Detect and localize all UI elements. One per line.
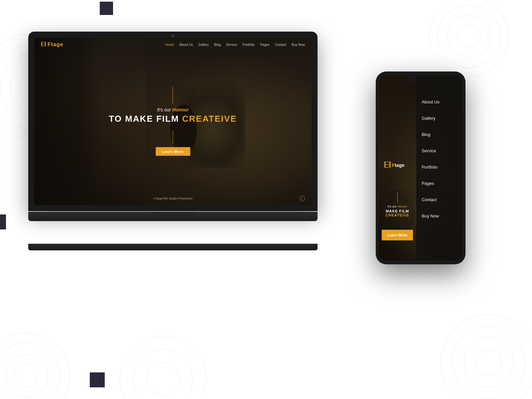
- decorative-square-4: [90, 372, 105, 387]
- hero-title: TO MAKE FILM CREATEIVE: [109, 114, 237, 124]
- phone-nav-portfolio[interactable]: Portfolio: [422, 163, 458, 172]
- nav-pages[interactable]: Pages: [260, 43, 269, 47]
- phone-hero-content: It's our Honour MAKE FILM CREATEIVE: [378, 192, 416, 217]
- laptop-camera: [171, 34, 175, 38]
- logo-icon: 🎞: [41, 42, 46, 48]
- nav-home[interactable]: Home: [165, 43, 174, 47]
- laptop-hinge: [151, 212, 195, 215]
- nav-links: Home About Us Gallery Blog Service Portf…: [165, 43, 305, 47]
- phone-frame: About Us Gallery Blog Service Portfolio …: [376, 71, 466, 264]
- phone-hero-subtitle: It's our Honour: [381, 205, 414, 208]
- learn-more-button[interactable]: Learn More: [156, 147, 190, 156]
- phone-nav-blog[interactable]: Blog: [422, 130, 458, 139]
- laptop-body: 🎞 Ftage Home About Us Gallery Blog Servi…: [28, 32, 318, 221]
- person-silhouette: [34, 38, 101, 205]
- bottom-caption: A ftage film Studio Production: [153, 197, 193, 200]
- laptop-screen: 🎞 Ftage Home About Us Gallery Blog Servi…: [34, 38, 312, 205]
- phone-logo: 🎞 Ftage: [384, 161, 404, 170]
- website-navbar: 🎞 Ftage Home About Us Gallery Blog Servi…: [34, 38, 312, 52]
- phone-nav-pages[interactable]: Pages: [422, 179, 458, 188]
- circle-group-bottom-left: [0, 332, 70, 399]
- phone-menu-panel: About Us Gallery Blog Service Portfolio …: [416, 75, 463, 260]
- phone-screen: About Us Gallery Blog Service Portfolio …: [378, 75, 463, 260]
- website-logo: 🎞 Ftage: [41, 42, 64, 48]
- phone-nav-buy-now[interactable]: Buy Now: [422, 211, 458, 220]
- logo-text: Ftage: [48, 42, 64, 48]
- circle-group-center-bottom: [116, 332, 209, 399]
- nav-portfolio[interactable]: Portfolio: [242, 43, 255, 47]
- laptop-base: [28, 212, 318, 221]
- phone-mockup: About Us Gallery Blog Service Portfolio …: [376, 71, 466, 264]
- phone-nav-contact[interactable]: Contact: [422, 195, 458, 204]
- nav-blog[interactable]: Blog: [214, 43, 221, 47]
- phone-hero-line: [397, 192, 398, 202]
- phone-logo-icon: 🎞: [384, 161, 391, 170]
- circle-group-right-top: [422, 0, 515, 83]
- phone-hero-title: MAKE FILM CREATEIVE: [381, 209, 414, 217]
- phone-nav-gallery[interactable]: Gallery: [422, 114, 458, 123]
- website-preview: 🎞 Ftage Home About Us Gallery Blog Servi…: [34, 38, 312, 205]
- nav-gallery[interactable]: Gallery: [198, 43, 209, 47]
- hero-subtitle: It's our Honour: [109, 107, 237, 112]
- nav-service[interactable]: Service: [226, 43, 237, 47]
- laptop-mockup: 🎞 Ftage Home About Us Gallery Blog Servi…: [28, 32, 318, 244]
- decorative-square-3: [0, 214, 6, 229]
- play-icon[interactable]: [300, 196, 305, 201]
- phone-nav-about[interactable]: About Us: [422, 97, 458, 106]
- phone-website-preview: About Us Gallery Blog Service Portfolio …: [378, 75, 463, 260]
- laptop-stand: [28, 244, 318, 250]
- phone-nav-service[interactable]: Service: [422, 146, 458, 155]
- nav-contact[interactable]: Contact: [275, 43, 286, 47]
- decorative-square-1: [100, 2, 113, 15]
- phone-learn-more-button[interactable]: Learn More: [382, 230, 413, 240]
- laptop-frame: 🎞 Ftage Home About Us Gallery Blog Servi…: [28, 32, 318, 211]
- nav-buy-now[interactable]: Buy Now: [292, 43, 305, 47]
- hero-content: It's our Honour TO MAKE FILM CREATEIVE L…: [109, 87, 237, 156]
- hero-line-top: [173, 87, 173, 104]
- phone-logo-text: Ftage: [392, 163, 404, 168]
- nav-about[interactable]: About Us: [179, 43, 193, 47]
- circle-group-bottom-right: [439, 313, 532, 399]
- hero-line-bottom: [173, 131, 173, 144]
